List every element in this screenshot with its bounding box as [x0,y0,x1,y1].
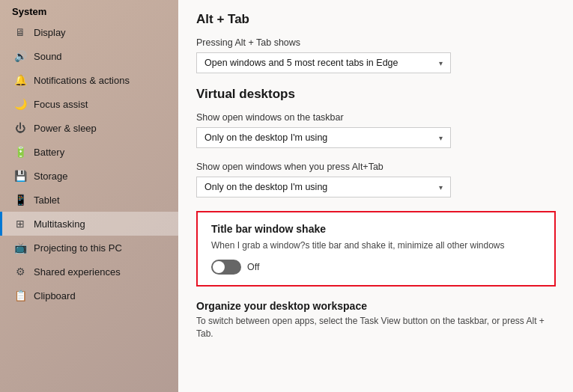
power-icon: ⏻ [14,122,26,134]
title-bar-toggle-label: Off [247,262,259,272]
sidebar-item-battery[interactable]: 🔋 Battery [0,140,178,164]
alt-tab-dropdown[interactable]: Open windows and 5 most recent tabs in E… [196,52,451,73]
sound-icon: 🔊 [14,50,26,62]
sidebar-item-sound-label: Sound [34,51,62,62]
taskbar-dropdown[interactable]: Only on the desktop I'm using ▾ [196,127,451,148]
title-bar-shake-box: Title bar window shake When I grab a win… [196,211,556,287]
battery-icon: 🔋 [14,146,26,158]
sidebar-item-clipboard[interactable]: 📋 Clipboard [0,284,178,307]
sidebar-item-display[interactable]: 🖥 Display [0,20,178,44]
shared-icon: ⚙ [14,266,26,278]
alt-tab-windows-dropdown[interactable]: Only on the desktop I'm using ▾ [196,177,451,197]
virtual-desktops-title: Virtual desktops [196,87,555,102]
organize-section: Organize your desktop workspace To switc… [196,300,555,340]
alt-tab-section: Alt + Tab Pressing Alt + Tab shows Open … [196,12,555,73]
sidebar-item-projecting[interactable]: 📺 Projecting to this PC [0,236,178,260]
notifications-icon: 🔔 [14,74,26,86]
alt-tab-windows-dropdown-value: Only on the desktop I'm using [204,182,327,192]
alt-tab-dropdown-value: Open windows and 5 most recent tabs in E… [204,58,398,68]
alt-tab-show-label: Show open windows when you press Alt+Tab [196,162,555,172]
sidebar-item-projecting-label: Projecting to this PC [34,242,122,254]
sidebar-item-tablet[interactable]: 📱 Tablet [0,188,178,212]
organize-title: Organize your desktop workspace [196,300,555,312]
sidebar-item-tablet-label: Tablet [34,195,60,206]
sidebar: System 🖥 Display 🔊 Sound 🔔 Notifications… [0,0,178,392]
multitasking-icon: ⊞ [14,218,26,230]
sidebar-item-notifications-label: Notifications & actions [34,75,130,86]
sidebar-item-multitasking-label: Multitasking [34,218,85,230]
sidebar-item-shared-label: Shared experiences [34,266,121,278]
focus-icon: 🌙 [14,98,26,110]
clipboard-icon: 📋 [14,290,26,301]
projecting-icon: 📺 [14,242,26,254]
tablet-icon: 📱 [14,194,26,206]
sidebar-item-notifications[interactable]: 🔔 Notifications & actions [0,68,178,92]
title-bar-shake-desc: When I grab a window?s title bar and sha… [211,239,511,252]
alt-tab-dropdown-arrow: ▾ [439,59,443,67]
storage-icon: 💾 [14,170,26,182]
title-bar-toggle-row: Off [211,260,541,275]
sidebar-item-storage-label: Storage [34,171,68,182]
sidebar-item-shared[interactable]: ⚙ Shared experiences [0,260,178,284]
virtual-desktops-section: Virtual desktops Show open windows on th… [196,87,555,197]
title-bar-toggle-knob [213,261,225,273]
alt-tab-field-label: Pressing Alt + Tab shows [196,37,555,48]
sidebar-item-focus-label: Focus assist [34,99,88,110]
title-bar-toggle[interactable] [211,260,241,275]
sidebar-item-display-label: Display [34,27,66,38]
sidebar-item-focus[interactable]: 🌙 Focus assist [0,92,178,116]
sidebar-item-sound[interactable]: 🔊 Sound [0,44,178,68]
alt-tab-title: Alt + Tab [196,12,555,27]
sidebar-item-storage[interactable]: 💾 Storage [0,164,178,188]
taskbar-dropdown-arrow: ▾ [439,134,443,142]
main-content: Alt + Tab Pressing Alt + Tab shows Open … [178,0,573,392]
sidebar-item-power[interactable]: ⏻ Power & sleep [0,116,178,140]
organize-desc: To switch between open apps, select the … [196,315,555,340]
title-bar-shake-title: Title bar window shake [211,223,541,235]
alt-tab-windows-dropdown-arrow: ▾ [439,183,443,192]
sidebar-item-clipboard-label: Clipboard [34,290,76,301]
taskbar-dropdown-value: Only on the desktop I'm using [204,132,327,143]
display-icon: 🖥 [14,26,26,38]
sidebar-item-battery-label: Battery [34,147,64,158]
system-label: System [0,0,178,20]
sidebar-item-power-label: Power & sleep [34,123,97,134]
sidebar-item-multitasking[interactable]: ⊞ Multitasking [0,212,178,236]
taskbar-show-label: Show open windows on the taskbar [196,112,555,123]
